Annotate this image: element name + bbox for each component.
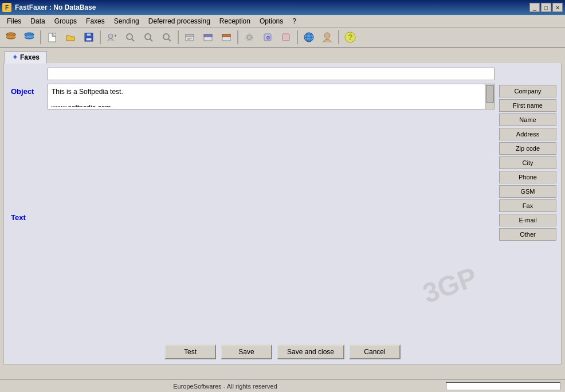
cancel-button[interactable]: Cancel [349, 344, 401, 359]
svg-point-15 [163, 34, 169, 40]
content-body: Object Text This is a Softpedia test. ww… [4, 63, 561, 340]
field-btn-phone[interactable]: Phone [499, 171, 556, 183]
tb-db2[interactable] [21, 29, 38, 45]
watermark: 3GP [418, 261, 481, 309]
toolbar-sep4 [237, 30, 238, 44]
svg-point-1 [6, 36, 15, 38]
status-progress [446, 382, 560, 390]
tb-settings3[interactable] [277, 29, 295, 45]
svg-rect-22 [204, 34, 212, 37]
tb-new[interactable] [44, 29, 61, 45]
menu-data[interactable]: Data [26, 16, 49, 26]
tb-save[interactable] [80, 29, 97, 45]
menu-sending[interactable]: Sending [109, 16, 144, 26]
center-panel: This is a Softpedia test. www.softpedia.… [48, 68, 495, 335]
field-btn-gsm[interactable]: GSM [499, 185, 556, 198]
menu-files[interactable]: Files [2, 16, 26, 26]
field-btn-other[interactable]: Other [499, 228, 556, 241]
toolbar-sep1 [40, 30, 41, 44]
svg-text:⚙: ⚙ [266, 35, 270, 41]
field-btn-address[interactable]: Address [499, 128, 556, 140]
tb-search3[interactable] [158, 29, 175, 45]
object-input[interactable] [48, 68, 495, 80]
tb-settings2[interactable]: ⚙ [259, 29, 276, 45]
tb-search[interactable] [121, 29, 139, 45]
svg-point-11 [127, 34, 132, 40]
svg-line-12 [132, 39, 134, 41]
field-btn-city[interactable]: City [499, 156, 556, 169]
tab-strip: ✦ Faxes [0, 48, 565, 63]
tb-globe[interactable] [300, 29, 317, 45]
save-button[interactable]: Save [221, 344, 272, 359]
svg-point-3 [25, 36, 34, 38]
svg-rect-29 [282, 34, 289, 41]
text-label: Text [9, 213, 26, 222]
tb-search2[interactable] [140, 29, 157, 45]
tb-user[interactable] [319, 29, 336, 45]
status-text: EuropeSoftwares - All rights reserved [5, 383, 446, 390]
svg-point-13 [145, 34, 151, 40]
field-btn-firstname[interactable]: First name [499, 99, 556, 112]
tab-faxes-label: Faxes [20, 53, 40, 61]
object-label: Object [9, 84, 43, 96]
minimize-button[interactable]: _ [529, 3, 540, 12]
tb-settings1[interactable] [241, 29, 258, 45]
toolbar-sep3 [178, 30, 179, 44]
window-body: ✦ Faxes Object Text This i [0, 48, 565, 378]
svg-point-25 [247, 35, 252, 40]
menu-deferred-processing[interactable]: Deferred processing [144, 16, 215, 26]
menu-faxes[interactable]: Faxes [81, 16, 109, 26]
svg-rect-24 [222, 34, 230, 37]
bottom-buttons: Test Save Save and close Cancel [4, 340, 561, 364]
close-button[interactable]: ✕ [552, 3, 563, 12]
svg-rect-7 [87, 33, 91, 36]
toolbar-sep2 [100, 30, 101, 44]
maximize-button[interactable]: □ [541, 3, 551, 12]
field-btn-name[interactable]: Name [499, 113, 556, 126]
tb-open[interactable] [62, 29, 79, 45]
field-btn-company[interactable]: Company [499, 85, 556, 97]
menu-reception[interactable]: Reception [215, 16, 255, 26]
text-area-container: This is a Softpedia test. www.softpedia.… [48, 84, 495, 109]
tb-help[interactable]: ? [342, 29, 359, 45]
window-controls: _ □ ✕ [529, 3, 563, 12]
scrollbar-vertical[interactable] [485, 84, 494, 109]
app-icon: F [2, 3, 11, 12]
right-panel: Company First name Name Address Zip code… [499, 68, 556, 335]
tb-fax2[interactable] [199, 29, 217, 45]
menu-groups[interactable]: Groups [50, 16, 81, 26]
svg-rect-8 [86, 38, 92, 41]
test-button[interactable]: Test [164, 344, 216, 359]
text-area-wrapper: This is a Softpedia test. www.softpedia.… [48, 84, 495, 335]
status-bar: EuropeSoftwares - All rights reserved [0, 379, 565, 392]
tb-db1[interactable] [2, 29, 19, 45]
toolbar-sep6 [338, 30, 339, 44]
field-btn-email[interactable]: E-mail [499, 214, 556, 226]
tb-fax3[interactable] [218, 29, 235, 45]
menu-help[interactable]: ? [288, 16, 301, 26]
save-and-close-button[interactable]: Save and close [277, 344, 344, 359]
svg-rect-18 [186, 34, 194, 37]
menu-bar: Files Data Groups Faxes Sending Deferred… [0, 15, 565, 28]
svg-text:?: ? [348, 33, 353, 42]
svg-line-14 [150, 39, 152, 41]
field-btn-zipcode[interactable]: Zip code [499, 142, 556, 155]
menu-options[interactable]: Options [255, 16, 288, 26]
window-title: FastFaxer : No DataBase [15, 3, 96, 11]
svg-line-16 [168, 39, 171, 41]
fax-panel: Object Text This is a Softpedia test. ww… [3, 63, 562, 364]
title-bar: F FastFaxer : No DataBase _ □ ✕ [0, 0, 565, 15]
tab-faxes-icon: ✦ [12, 53, 18, 61]
svg-point-35 [324, 33, 330, 38]
toolbar-sep5 [297, 30, 298, 44]
svg-point-9 [108, 34, 113, 38]
tb-add-contact[interactable]: + [103, 29, 120, 45]
field-btn-fax[interactable]: Fax [499, 199, 556, 212]
left-labels: Object Text [9, 68, 43, 335]
scrollbar-thumb [486, 85, 494, 103]
svg-text:+: + [114, 33, 117, 38]
tb-fax1[interactable] [181, 29, 198, 45]
toolbar: + ⚙ ? [0, 28, 565, 48]
text-area[interactable]: This is a Softpedia test. www.softpedia.… [48, 84, 485, 107]
tab-faxes[interactable]: ✦ Faxes [5, 51, 47, 64]
